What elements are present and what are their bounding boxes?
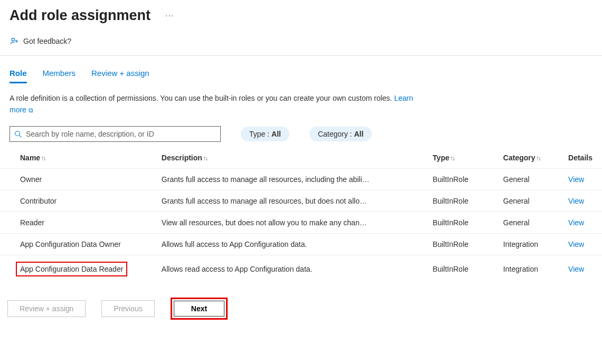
svg-point-0 <box>12 38 14 41</box>
table-row[interactable]: App Configuration Data ReaderAllows read… <box>0 255 602 283</box>
role-description: A role definition is a collection of per… <box>0 83 438 116</box>
role-category-cell: General <box>499 212 564 234</box>
tab-bar: Role Members Review + assign <box>0 56 602 83</box>
role-category-cell: General <box>499 190 564 212</box>
page-title: Add role assignment <box>10 7 150 24</box>
col-header-details: Details <box>564 148 602 169</box>
next-button[interactable]: Next <box>174 301 224 317</box>
table-row[interactable]: App Configuration Data OwnerAllows full … <box>0 234 602 255</box>
table-row[interactable]: OwnerGrants full access to manage all re… <box>0 169 602 190</box>
view-link[interactable]: View <box>568 265 584 273</box>
role-description-cell: Grants full access to manage all resourc… <box>157 169 429 190</box>
next-button-highlight: Next <box>171 298 228 320</box>
role-name-cell: App Configuration Data Reader <box>0 255 157 283</box>
table-row[interactable]: ContributorGrants full access to manage … <box>0 190 602 212</box>
search-input-wrapper[interactable] <box>10 126 221 142</box>
tab-members[interactable]: Members <box>43 69 76 83</box>
col-header-name[interactable]: Name <box>0 148 157 169</box>
tab-review-assign[interactable]: Review + assign <box>91 69 149 83</box>
roles-table: Name Description Type Category Details O… <box>0 148 602 283</box>
feedback-icon <box>10 36 19 46</box>
col-header-category[interactable]: Category <box>499 148 564 169</box>
role-name-cell: App Configuration Data Owner <box>0 234 157 255</box>
col-header-description[interactable]: Description <box>157 148 429 169</box>
col-header-type[interactable]: Type <box>428 148 499 169</box>
tab-role[interactable]: Role <box>10 69 27 83</box>
feedback-label: Got feedback? <box>23 37 71 45</box>
role-type-cell: BuiltInRole <box>428 234 499 255</box>
role-description-cell: Allows read access to App Configuration … <box>157 255 429 283</box>
role-type-cell: BuiltInRole <box>428 169 499 190</box>
role-description-cell: Allows full access to App Configuration … <box>157 234 429 255</box>
role-type-cell: BuiltInRole <box>428 255 499 283</box>
role-description-cell: Grants full access to manage all resourc… <box>157 190 429 212</box>
previous-button[interactable]: Previous <box>101 300 154 317</box>
search-icon <box>14 130 22 138</box>
role-category-cell: Integration <box>499 255 564 283</box>
review-assign-button[interactable]: Review + assign <box>7 300 86 317</box>
view-link[interactable]: View <box>568 197 584 205</box>
role-category-cell: Integration <box>499 234 564 255</box>
role-category-cell: General <box>499 169 564 190</box>
role-name-cell: Contributor <box>0 190 157 212</box>
role-type-cell: BuiltInRole <box>428 190 499 212</box>
view-link[interactable]: View <box>568 175 584 184</box>
role-name-cell: Owner <box>0 169 157 190</box>
filter-type[interactable]: Type : All <box>241 127 289 141</box>
svg-point-1 <box>15 131 20 136</box>
view-link[interactable]: View <box>568 240 584 248</box>
external-link-icon: ⧉ <box>29 107 33 114</box>
feedback-link[interactable]: Got feedback? <box>0 29 602 56</box>
role-type-cell: BuiltInRole <box>428 212 499 234</box>
role-name-cell: Reader <box>0 212 157 234</box>
table-row[interactable]: ReaderView all resources, but does not a… <box>0 212 602 234</box>
role-description-cell: View all resources, but does not allow y… <box>157 212 429 234</box>
view-link[interactable]: View <box>568 218 584 227</box>
more-icon[interactable]: ··· <box>165 11 174 21</box>
search-input[interactable] <box>26 130 216 138</box>
filter-category[interactable]: Category : All <box>309 127 372 141</box>
